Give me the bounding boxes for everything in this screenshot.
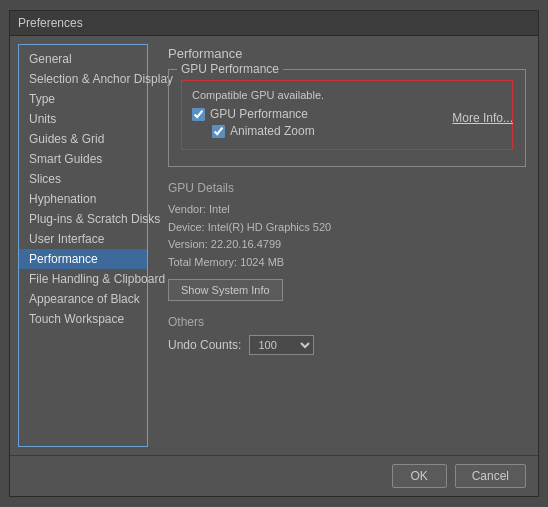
sidebar: General Selection & Anchor Display Type … xyxy=(18,44,148,447)
gpu-details-section: GPU Details Vendor: Intel Device: Intel(… xyxy=(168,181,526,301)
sidebar-item-hyphenation[interactable]: Hyphenation xyxy=(19,189,147,209)
sidebar-item-slices[interactable]: Slices xyxy=(19,169,147,189)
compatible-text: Compatible GPU available. xyxy=(192,89,502,101)
sidebar-item-type[interactable]: Type xyxy=(19,89,147,109)
show-system-info-button[interactable]: Show System Info xyxy=(168,279,283,301)
sidebar-item-units[interactable]: Units xyxy=(19,109,147,129)
animated-zoom-label: Animated Zoom xyxy=(230,124,315,138)
sidebar-item-file-handling[interactable]: File Handling & Clipboard xyxy=(19,269,147,289)
vendor-label: Vendor: Intel xyxy=(168,201,526,219)
others-title: Others xyxy=(168,315,526,329)
sidebar-item-plugins[interactable]: Plug-ins & Scratch Disks xyxy=(19,209,147,229)
animated-zoom-row: Animated Zoom xyxy=(212,124,502,138)
gpu-performance-label: GPU Performance xyxy=(210,107,308,121)
sidebar-item-appearance[interactable]: Appearance of Black xyxy=(19,289,147,309)
performance-title: Performance xyxy=(168,46,526,61)
undo-label: Undo Counts: xyxy=(168,338,241,352)
sidebar-item-general[interactable]: General xyxy=(19,49,147,69)
gpu-performance-checkbox[interactable] xyxy=(192,108,205,121)
sidebar-item-user-interface[interactable]: User Interface xyxy=(19,229,147,249)
gpu-section-title: GPU Performance xyxy=(177,62,283,76)
gpu-performance-box: GPU Performance More Info... Compatible … xyxy=(168,69,526,167)
memory-label: Total Memory: 1024 MB xyxy=(168,254,526,272)
others-section: Others Undo Counts: 100 50 200 xyxy=(168,315,526,355)
gpu-performance-wrapper: GPU Performance More Info... Compatible … xyxy=(168,69,526,167)
preferences-dialog: Preferences General Selection & Anchor D… xyxy=(9,10,539,497)
sidebar-item-selection[interactable]: Selection & Anchor Display xyxy=(19,69,147,89)
device-label: Device: Intel(R) HD Graphics 520 xyxy=(168,219,526,237)
title-bar: Preferences xyxy=(10,11,538,36)
sidebar-item-touch[interactable]: Touch Workspace xyxy=(19,309,147,329)
undo-select[interactable]: 100 50 200 xyxy=(249,335,314,355)
animated-zoom-checkbox[interactable] xyxy=(212,125,225,138)
dialog-footer: OK Cancel xyxy=(10,455,538,496)
more-info-button[interactable]: More Info... xyxy=(452,111,513,125)
sidebar-item-performance[interactable]: Performance xyxy=(19,249,147,269)
undo-row: Undo Counts: 100 50 200 xyxy=(168,335,526,355)
dialog-title: Preferences xyxy=(18,16,83,30)
sidebar-item-smart-guides[interactable]: Smart Guides xyxy=(19,149,147,169)
dialog-body: General Selection & Anchor Display Type … xyxy=(10,36,538,455)
sidebar-item-guides[interactable]: Guides & Grid xyxy=(19,129,147,149)
ok-button[interactable]: OK xyxy=(392,464,447,488)
cancel-button[interactable]: Cancel xyxy=(455,464,526,488)
gpu-details-title: GPU Details xyxy=(168,181,526,195)
version-label: Version: 22.20.16.4799 xyxy=(168,236,526,254)
main-content: Performance GPU Performance More Info...… xyxy=(156,36,538,455)
